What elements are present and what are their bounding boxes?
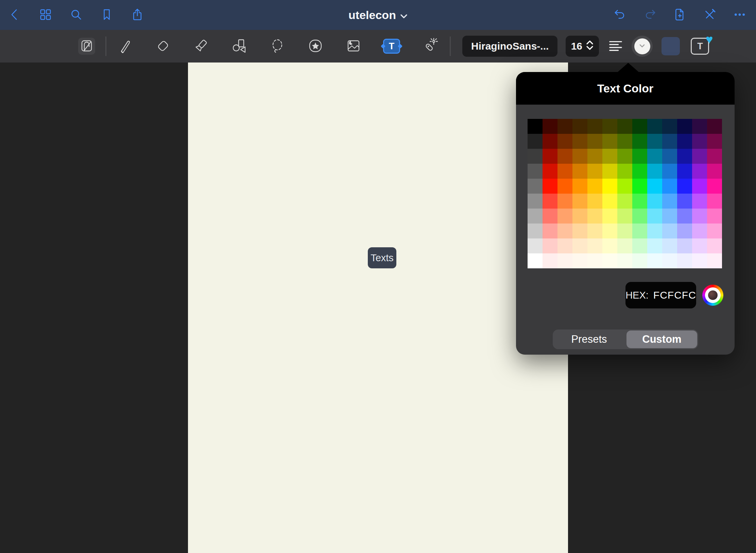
palette-cell[interactable] [707,209,722,224]
palette-cell[interactable] [543,164,557,179]
palette-cell[interactable] [662,209,677,224]
palette-cell[interactable] [707,149,722,164]
palette-cell[interactable] [557,224,572,238]
palette-cell[interactable] [662,134,677,149]
palette-cell[interactable] [543,134,557,149]
canvas-text-object[interactable]: Texts [368,247,396,268]
palette-cell[interactable] [572,119,587,134]
palette-cell[interactable] [662,149,677,164]
palette-cell[interactable] [543,238,557,253]
palette-cell[interactable] [692,224,707,238]
palette-cell[interactable] [617,238,632,253]
palette-cell[interactable] [557,209,572,224]
palette-cell[interactable] [557,164,572,179]
palette-cell[interactable] [528,164,543,179]
pen-tool-button[interactable] [117,38,134,55]
palette-cell[interactable] [543,179,557,194]
palette-cell[interactable] [602,238,617,253]
text-tool-button[interactable]: T [383,39,400,54]
palette-cell[interactable] [692,209,707,224]
palette-cell[interactable] [677,209,692,224]
palette-cell[interactable] [647,149,662,164]
palette-cell[interactable] [632,149,647,164]
palette-cell[interactable] [677,179,692,194]
palette-cell[interactable] [692,179,707,194]
palette-cell[interactable] [677,253,692,268]
palette-cell[interactable] [707,179,722,194]
palette-cell[interactable] [587,179,602,194]
notebook-page[interactable]: Texts [188,63,568,553]
palette-cell[interactable] [557,238,572,253]
palette-cell[interactable] [557,253,572,268]
palette-cell[interactable] [632,134,647,149]
palette-cell[interactable] [543,209,557,224]
palette-cell[interactable] [692,238,707,253]
palette-cell[interactable] [707,253,722,268]
palette-cell[interactable] [707,238,722,253]
font-size-stepper[interactable]: 16 [566,36,599,57]
palette-cell[interactable] [617,224,632,238]
palette-cell[interactable] [677,134,692,149]
palette-cell[interactable] [632,238,647,253]
palette-cell[interactable] [677,119,692,134]
palette-cell[interactable] [572,224,587,238]
eraser-tool-button[interactable] [155,38,172,55]
palette-cell[interactable] [572,209,587,224]
text-background-color-button[interactable] [662,37,680,55]
palette-cell[interactable] [617,179,632,194]
palette-cell[interactable] [632,164,647,179]
text-color-swatch-button[interactable] [632,36,653,57]
add-page-button[interactable] [672,7,687,22]
palette-cell[interactable] [572,194,587,209]
palette-cell[interactable] [617,134,632,149]
palette-cell[interactable] [692,194,707,209]
palette-cell[interactable] [647,179,662,194]
palette-cell[interactable] [692,134,707,149]
palette-cell[interactable] [707,134,722,149]
palette-cell[interactable] [677,164,692,179]
palette-cell[interactable] [662,224,677,238]
palette-cell[interactable] [677,149,692,164]
palette-cell[interactable] [647,164,662,179]
palette-cell[interactable] [543,194,557,209]
image-tool-button[interactable] [345,38,362,55]
palette-cell[interactable] [602,149,617,164]
palette-cell[interactable] [528,194,543,209]
palette-cell[interactable] [647,134,662,149]
pan-tool-button[interactable] [78,38,95,55]
palette-cell[interactable] [543,224,557,238]
palette-cell[interactable] [528,179,543,194]
palette-cell[interactable] [587,253,602,268]
palette-cell[interactable] [662,164,677,179]
palette-cell[interactable] [543,149,557,164]
shapes-tool-button[interactable] [231,38,248,55]
palette-cell[interactable] [617,119,632,134]
tab-custom[interactable]: Custom [626,331,697,348]
palette-cell[interactable] [528,224,543,238]
laser-pointer-button[interactable] [421,38,438,55]
palette-cell[interactable] [557,179,572,194]
palette-cell[interactable] [572,149,587,164]
palette-cell[interactable] [572,238,587,253]
palette-cell[interactable] [662,194,677,209]
palette-cell[interactable] [528,209,543,224]
palette-cell[interactable] [587,238,602,253]
palette-cell[interactable] [677,238,692,253]
palette-cell[interactable] [543,119,557,134]
palette-cell[interactable] [587,119,602,134]
palette-cell[interactable] [707,164,722,179]
palette-cell[interactable] [617,194,632,209]
palette-cell[interactable] [617,253,632,268]
palette-cell[interactable] [632,194,647,209]
palette-cell[interactable] [647,209,662,224]
palette-cell[interactable] [528,253,543,268]
lasso-tool-button[interactable] [269,38,286,55]
palette-cell[interactable] [557,119,572,134]
palette-cell[interactable] [572,134,587,149]
palette-cell[interactable] [662,253,677,268]
palette-cell[interactable] [692,149,707,164]
palette-cell[interactable] [587,134,602,149]
palette-cell[interactable] [602,253,617,268]
favorite-text-style-button[interactable]: T ♥ [691,38,709,55]
palette-cell[interactable] [572,164,587,179]
